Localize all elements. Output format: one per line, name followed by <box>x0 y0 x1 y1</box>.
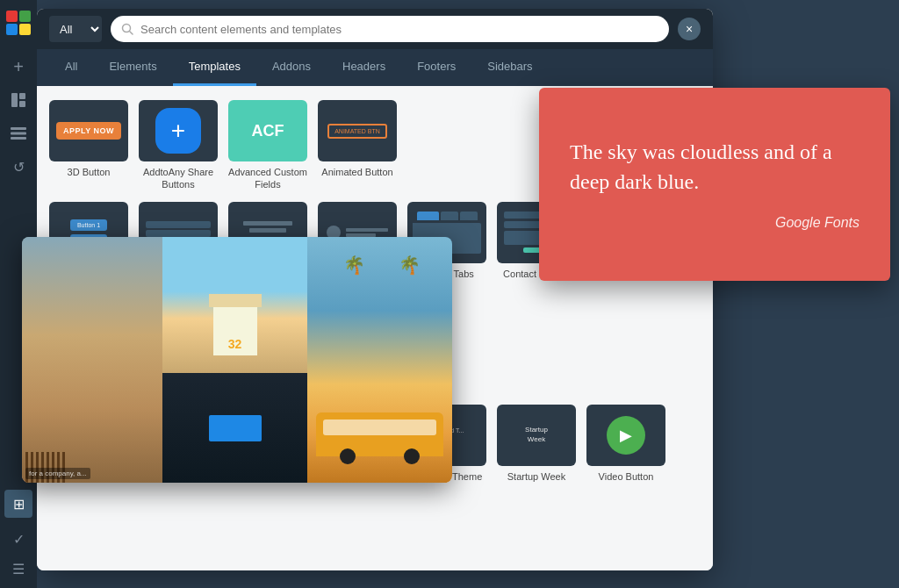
svg-rect-8 <box>11 133 26 135</box>
photo-surfer-col: for a company, a... <box>22 237 162 483</box>
element-label: Video Button <box>599 470 654 483</box>
add-icon[interactable]: + <box>10 58 27 75</box>
dark-strip <box>162 373 307 483</box>
layout-icon[interactable] <box>10 91 27 109</box>
element-startup-week[interactable]: StartupWeek Startup Week <box>497 405 576 483</box>
tab-templates[interactable]: Templates <box>173 49 256 86</box>
addtoany-preview: + <box>155 108 201 154</box>
photo-caption-1: for a company, a... <box>25 468 90 479</box>
startup-week-preview: StartupWeek <box>525 426 548 444</box>
tower-roof <box>209 294 262 307</box>
element-video-btn[interactable]: ▶ Video Button <box>586 405 665 483</box>
search-bar <box>111 16 669 42</box>
svg-rect-3 <box>19 24 31 35</box>
svg-rect-5 <box>19 93 25 99</box>
element-label: 3D Button <box>68 166 111 178</box>
tower-number: 32 <box>228 337 242 351</box>
svg-rect-6 <box>19 101 25 107</box>
video-btn-preview: ▶ <box>607 416 645 455</box>
app-logo <box>6 11 31 39</box>
element-label: AddtoAny Share Buttons <box>139 166 218 191</box>
top-bar: All × <box>37 9 713 49</box>
svg-rect-7 <box>11 127 26 130</box>
svg-rect-0 <box>6 11 18 22</box>
tab-addons[interactable]: Addons <box>256 49 327 86</box>
undo-icon[interactable]: ↺ <box>10 158 27 176</box>
svg-rect-1 <box>19 11 31 22</box>
text-card-overlay: The sky was cloudless and of a deep dark… <box>539 88 890 281</box>
caldera-preview <box>146 221 211 228</box>
search-input[interactable] <box>140 23 658 36</box>
table-icon[interactable]: ⊞ <box>4 490 32 518</box>
vw-wheel-right <box>404 448 420 464</box>
quote-text: The sky was cloudless and of a deep dark… <box>570 138 859 197</box>
svg-rect-9 <box>11 137 26 140</box>
photo-lifeguard-col: 32 <box>162 237 307 483</box>
search-icon <box>121 23 133 35</box>
tab-headers[interactable]: Headers <box>327 49 401 86</box>
photo-collage-overlay: for a company, a... 32 🌴 🌴 <box>22 237 452 483</box>
photo-bus-col: 🌴 🌴 <box>307 237 452 483</box>
animated-btn-preview: Animated Btn <box>327 124 387 139</box>
button-group-preview: Button 1 <box>70 219 107 231</box>
classic-tabs-preview <box>417 212 478 220</box>
tab-elements[interactable]: Elements <box>93 49 172 86</box>
surfer-bg <box>22 237 162 483</box>
palm-trees: 🌴 🌴 <box>325 255 435 276</box>
svg-rect-2 <box>6 24 18 35</box>
dark-strip-accent <box>209 415 262 441</box>
acf-preview: ACF <box>228 100 307 161</box>
element-label: Startup Week <box>507 470 565 483</box>
vw-wheels <box>316 448 443 456</box>
lifeguard-tower: 32 <box>213 294 257 355</box>
svg-rect-4 <box>11 93 18 107</box>
element-label: Advanced Custom Fields <box>228 166 307 191</box>
check-icon[interactable]: ✓ <box>10 530 27 548</box>
element-addtoany[interactable]: + AddtoAny Share Buttons <box>139 100 218 191</box>
vw-window <box>323 419 436 435</box>
element-3d-button[interactable]: APPLY NOW 3D Button <box>49 100 128 191</box>
close-button[interactable]: × <box>678 18 701 40</box>
credit-text: Google Fonts <box>570 215 859 231</box>
vw-wheel-left <box>340 448 356 464</box>
vw-bus <box>316 412 443 456</box>
tab-footers[interactable]: Footers <box>401 49 471 86</box>
nav-tabs: All Elements Templates Addons Headers Fo… <box>37 49 713 86</box>
filter-select[interactable]: All <box>49 16 102 42</box>
3d-button-preview: APPLY NOW <box>56 122 121 140</box>
element-label: Animated Button <box>321 166 392 178</box>
tab-all[interactable]: All <box>49 49 93 86</box>
tab-sidebars[interactable]: Sidebars <box>471 49 548 86</box>
element-acf[interactable]: ACF Advanced Custom Fields <box>228 100 307 191</box>
layers-icon[interactable] <box>10 125 27 142</box>
menu-icon[interactable]: ☰ <box>10 560 27 577</box>
element-animated-btn[interactable]: Animated Btn Animated Button <box>318 100 397 191</box>
cta-preview <box>243 221 292 226</box>
svg-line-11 <box>130 32 133 35</box>
lifeguard-photo: 32 <box>162 237 307 373</box>
